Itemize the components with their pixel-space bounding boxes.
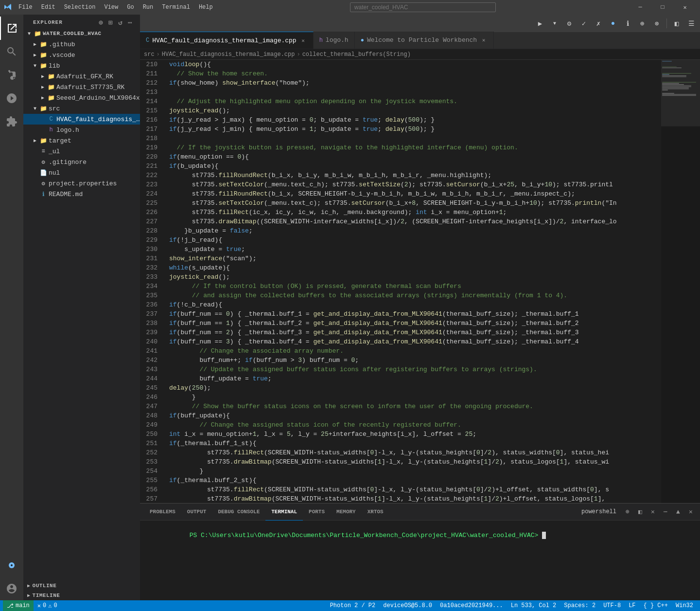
panel-maximize-button[interactable]: ▲	[673, 506, 683, 517]
tree-item-hvac-cpp[interactable]: C HVAC_fault_diagnosis_thermal_image.cpp	[23, 114, 140, 125]
line-number: 219	[140, 143, 161, 152]
tab-hvac-cpp[interactable]: C HVAC_fault_diagnosis_thermal_image.cpp…	[140, 32, 314, 49]
panel-tab-terminal[interactable]: TERMINAL	[265, 503, 303, 521]
panel-tab-memory[interactable]: MEMORY	[331, 503, 362, 521]
code-line	[167, 134, 661, 143]
line-number: 210	[140, 60, 161, 69]
tree-item-vscode[interactable]: ▶ 📁 .vscode	[23, 50, 140, 60]
window-minimize-button[interactable]: ─	[629, 0, 651, 15]
flash-local-button[interactable]: ✓	[577, 17, 591, 30]
code-line: // Show the home screen.	[167, 69, 661, 78]
refresh-icon[interactable]: ↺	[117, 18, 124, 26]
menu-run[interactable]: Run	[139, 3, 158, 12]
tab-workbench[interactable]: ● Welcome to Particle Workbench ✕	[355, 32, 494, 49]
status-branch[interactable]: ⎇ main	[3, 600, 34, 611]
split-terminal-button[interactable]: ◧	[635, 506, 646, 517]
status-device[interactable]: Photon 2 / P2	[326, 600, 380, 611]
menu-terminal[interactable]: Terminal	[158, 3, 194, 12]
panel-tab-problems[interactable]: PROBLEMS	[144, 503, 181, 521]
search-activity-icon[interactable]	[0, 40, 23, 63]
source-control-icon[interactable]	[0, 63, 23, 87]
code-line: show_interface("scan");	[167, 254, 661, 263]
info-button[interactable]: ℹ	[621, 17, 634, 30]
status-language[interactable]: { } C++	[640, 600, 672, 611]
new-file-icon[interactable]: ⊕	[97, 18, 105, 26]
status-os[interactable]: deviceOS@5.8.0	[379, 600, 436, 611]
tree-item-nul[interactable]: 📄 nul	[23, 167, 140, 178]
panel-tab-output[interactable]: OUTPUT	[181, 503, 212, 521]
status-encoding[interactable]: UTF-8	[599, 600, 625, 611]
split-editor-button[interactable]: ◧	[670, 17, 683, 30]
tree-item-target[interactable]: ▶ 📁 target	[23, 135, 140, 146]
adafruit-gfx-chevron: ▶	[39, 73, 47, 79]
account-icon[interactable]	[0, 577, 23, 600]
menu-help[interactable]: Help	[195, 3, 217, 12]
status-spaces[interactable]: Spaces: 2	[560, 600, 599, 611]
tree-item-gitignore[interactable]: ⚙ .gitignore	[23, 157, 140, 167]
title-search-input[interactable]	[350, 2, 496, 12]
new-folder-icon[interactable]: ⊞	[107, 18, 115, 26]
tree-item-seeed[interactable]: ▶ 📁 Seeed_Arduino_MLX9064x	[23, 92, 140, 103]
status-line-col[interactable]: Ln 533, Col 2	[507, 600, 560, 611]
tree-item-github[interactable]: ▶ 📁 .github	[23, 39, 140, 50]
particle-icon[interactable]	[0, 554, 23, 577]
panel-tab-ports[interactable]: PORTS	[303, 503, 331, 521]
menu-edit[interactable]: Edit	[37, 3, 59, 12]
breadcrumb-function[interactable]: collect_thermal_buffers(String)	[302, 51, 411, 58]
tab-logo-h[interactable]: h logo.h	[314, 32, 355, 49]
status-platform[interactable]: Win32	[672, 600, 697, 611]
compile-button[interactable]: ⚙	[562, 17, 576, 30]
menu-selection[interactable]: Selection	[60, 3, 100, 12]
code-line: delay(250);	[167, 383, 661, 393]
menu-view[interactable]: View	[100, 3, 122, 12]
status-device-id[interactable]: 0a10aced2021949...	[436, 600, 507, 611]
tree-item-readme[interactable]: ℹ README.md	[23, 189, 140, 199]
code-line: if(buff_num == 0) { _thermal.buff_1 = ge…	[167, 309, 661, 319]
window-close-button[interactable]: ✕	[674, 0, 696, 15]
breadcrumb-src[interactable]: src	[144, 51, 155, 58]
line-number: 221	[140, 162, 161, 171]
tree-item-src[interactable]: ▼ 📁 src	[23, 103, 140, 114]
flash-cloud-button[interactable]: ✗	[592, 17, 605, 30]
new-terminal-button[interactable]: ⊕	[622, 506, 633, 517]
window-maximize-button[interactable]: □	[651, 0, 674, 15]
file-tree: ▼ 📁 WATER_COOLED_HVAC ▶ 📁 .github ▶ 📁 .v…	[23, 28, 140, 581]
panel-close-button[interactable]: ✕	[685, 506, 696, 517]
tree-item-logo-h[interactable]: h logo.h	[23, 125, 140, 135]
panel-tab-xrtos[interactable]: XRTOS	[362, 503, 389, 521]
add-button[interactable]: ⊕	[635, 17, 649, 30]
breadcrumb-file[interactable]: HVAC_fault_diagnosis_thermal_image.cpp	[162, 51, 295, 58]
svg-point-1	[11, 564, 13, 566]
status-errors[interactable]: ✕ 0 ⚠ 0	[34, 600, 61, 611]
status-eol[interactable]: LF	[625, 600, 639, 611]
panel-more-button[interactable]: ⋯	[660, 506, 671, 517]
collapse-all-icon[interactable]: ⋯	[126, 18, 134, 26]
timeline-section[interactable]: ▶ TIMELINE	[23, 591, 140, 600]
tree-root[interactable]: ▼ 📁 WATER_COOLED_HVAC	[23, 28, 140, 39]
particle-f-button[interactable]: ●	[606, 17, 620, 30]
line-number: 253	[140, 457, 161, 467]
explorer-icon[interactable]	[0, 17, 23, 40]
outline-section[interactable]: ▶ OUTLINE	[23, 581, 140, 591]
more-button[interactable]: ☰	[684, 17, 698, 30]
tree-item-adafruit-gfx[interactable]: ▶ 📁 Adafruit_GFX_RK	[23, 71, 140, 82]
tree-item-adafruit-st[interactable]: ▶ 📁 Adafruit_ST7735_RK	[23, 82, 140, 92]
tree-item-properties[interactable]: ⚙ project.properties	[23, 178, 140, 189]
tree-item-ul[interactable]: ≡ _ul	[23, 146, 140, 157]
run-dropdown-button[interactable]: ▼	[548, 17, 561, 30]
line-number: 233	[140, 272, 161, 282]
terminal-content[interactable]: PS C:\Users\kutlu\OneDrive\Documents\Par…	[140, 521, 700, 600]
extensions-icon[interactable]	[0, 110, 23, 133]
run-button[interactable]: ▶	[533, 17, 547, 30]
kill-terminal-button[interactable]: ✕	[648, 506, 658, 517]
code-scroll-area[interactable]: 2102112122132142152162172182192202212222…	[140, 60, 661, 503]
menu-go[interactable]: Go	[123, 3, 138, 12]
minimap[interactable]	[661, 60, 700, 503]
settings-button[interactable]: ⊗	[650, 17, 664, 30]
tree-item-lib[interactable]: ▼ 📁 lib	[23, 60, 140, 71]
panel-tab-debug[interactable]: DEBUG CONSOLE	[212, 503, 265, 521]
menu-file[interactable]: File	[15, 3, 36, 12]
run-debug-icon[interactable]	[0, 87, 23, 110]
tab-workbench-close[interactable]: ✕	[480, 36, 488, 44]
tab-hvac-close[interactable]: ✕	[299, 36, 307, 44]
